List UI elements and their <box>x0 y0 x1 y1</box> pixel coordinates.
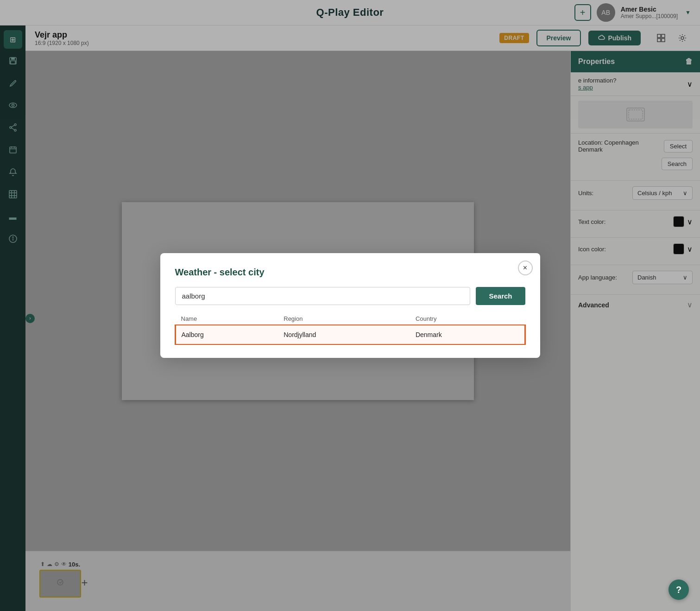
modal-overlay[interactable]: Weather - select city × Search Name Regi… <box>0 0 700 611</box>
results-table: Name Region Country Aalborg Nordjylland … <box>175 312 525 344</box>
result-name: Aalborg <box>176 325 278 344</box>
modal-weather: Weather - select city × Search Name Regi… <box>160 253 540 358</box>
city-search-input[interactable] <box>175 287 471 305</box>
modal-search-button[interactable]: Search <box>476 287 525 305</box>
result-region: Nordjylland <box>278 325 410 344</box>
results-table-body: Aalborg Nordjylland Denmark <box>176 325 525 344</box>
modal-search-row: Search <box>175 287 525 305</box>
result-country: Denmark <box>410 325 525 344</box>
col-region: Region <box>278 312 410 325</box>
table-row[interactable]: Aalborg Nordjylland Denmark <box>176 325 525 344</box>
help-button[interactable]: ? <box>668 579 689 600</box>
modal-title: Weather - select city <box>175 267 525 278</box>
results-table-header: Name Region Country <box>176 312 525 325</box>
modal-close-button[interactable]: × <box>518 261 533 275</box>
col-name: Name <box>176 312 278 325</box>
col-country: Country <box>410 312 525 325</box>
